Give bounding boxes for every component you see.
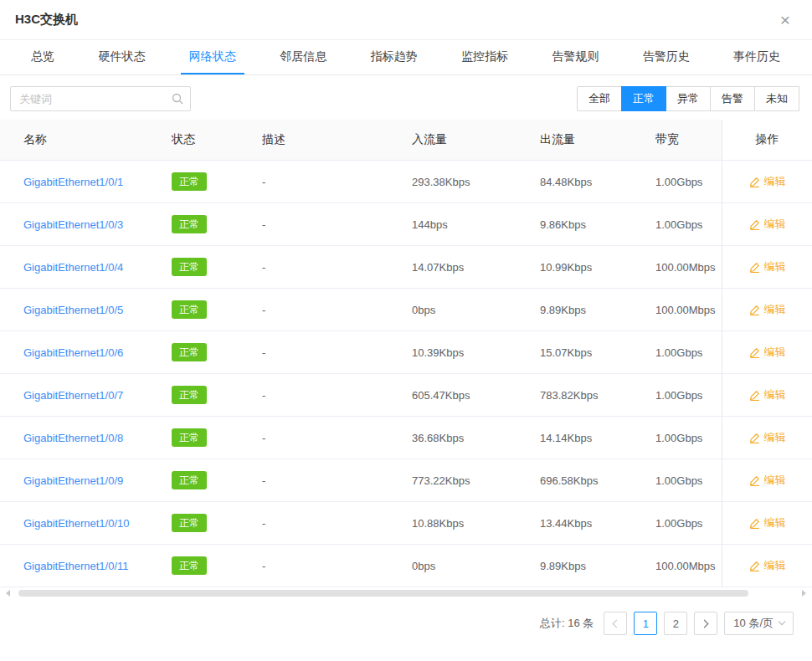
description-cell: -	[262, 502, 412, 544]
filter-button[interactable]: 正常	[621, 86, 666, 111]
filter-button[interactable]: 告警	[710, 86, 755, 111]
status-badge: 正常	[172, 386, 207, 404]
filter-button[interactable]: 全部	[577, 86, 622, 111]
table-row: GigabitEthernet1/0/5 正常 - 0bps 9.89Kbps …	[0, 289, 812, 331]
horizontal-scrollbar[interactable]	[0, 587, 812, 598]
table-row: GigabitEthernet1/0/7 正常 - 605.47Kbps 783…	[0, 374, 812, 417]
scroll-left-arrow-icon[interactable]	[6, 590, 10, 597]
edit-button[interactable]: 编辑	[749, 174, 786, 189]
description-cell: -	[262, 289, 412, 330]
search-input[interactable]	[10, 86, 191, 111]
outflow-cell: 14.14Kbps	[540, 417, 655, 459]
edit-label: 编辑	[764, 345, 786, 360]
interface-link[interactable]: GigabitEthernet1/0/4	[23, 261, 123, 274]
page-number-button[interactable]: 1	[634, 612, 657, 635]
tab-item[interactable]: 事件历史	[725, 40, 789, 74]
inflow-cell: 773.22Kbps	[412, 459, 540, 501]
description-cell: -	[262, 417, 412, 459]
title-bar: H3C交换机 ×	[0, 0, 812, 40]
bandwidth-cell: 1.00Gbps	[655, 502, 722, 544]
close-icon[interactable]: ×	[780, 11, 797, 28]
bandwidth-cell: 1.00Gbps	[655, 374, 722, 416]
interface-link[interactable]: GigabitEthernet1/0/11	[23, 560, 129, 572]
scroll-right-arrow-icon[interactable]	[802, 590, 806, 597]
table-header-row: 名称 状态 描述 入流量 出流量 带宽 操作	[0, 120, 812, 161]
outflow-cell: 696.58Kbps	[540, 459, 655, 501]
edit-label: 编辑	[764, 515, 786, 530]
tab-item[interactable]: 指标趋势	[362, 40, 426, 74]
interface-link[interactable]: GigabitEthernet1/0/7	[23, 389, 123, 402]
filter-button[interactable]: 未知	[754, 86, 799, 111]
edit-pencil-icon	[749, 390, 760, 401]
tab-label: 总览	[31, 49, 54, 64]
filter-label: 全部	[588, 92, 610, 105]
interface-link[interactable]: GigabitEthernet1/0/5	[23, 304, 123, 316]
tab-item[interactable]: 邻居信息	[271, 40, 335, 74]
status-filter-group: 全部 正常 异常 告警 未知	[577, 86, 799, 111]
tab-item[interactable]: 硬件状态	[90, 40, 153, 74]
interface-link[interactable]: GigabitEthernet1/0/10	[23, 517, 129, 530]
edit-pencil-icon	[749, 219, 760, 230]
tab-item[interactable]: 监控指标	[453, 40, 516, 74]
outflow-cell: 783.82Kbps	[540, 374, 655, 416]
page-size-label: 10 条/页	[733, 616, 773, 631]
next-page-button[interactable]	[694, 612, 717, 635]
page-size-select[interactable]: 10 条/页	[724, 612, 794, 635]
scrollbar-thumb[interactable]	[18, 590, 748, 597]
inflow-cell: 0bps	[412, 289, 540, 330]
page-number-button[interactable]: 2	[664, 612, 687, 635]
tab-item[interactable]: 总览	[23, 40, 63, 74]
table-row: GigabitEthernet1/0/3 正常 - 144bps 9.86Kbp…	[0, 203, 812, 246]
edit-button[interactable]: 编辑	[749, 387, 786, 402]
tab-label: 事件历史	[733, 49, 780, 64]
description-cell: -	[262, 459, 412, 501]
description-cell: -	[262, 374, 412, 416]
pagination-bar: 总计: 16 条 1 2 10 条/页	[0, 598, 812, 635]
outflow-cell: 9.86Kbps	[540, 203, 655, 245]
edit-button[interactable]: 编辑	[749, 430, 786, 445]
edit-button[interactable]: 编辑	[749, 558, 786, 573]
col-header-desc: 描述	[262, 120, 412, 160]
status-badge: 正常	[172, 215, 207, 233]
status-badge: 正常	[172, 172, 207, 191]
interface-link[interactable]: GigabitEthernet1/0/1	[23, 176, 123, 188]
outflow-cell: 13.44Kbps	[540, 502, 655, 544]
inflow-cell: 10.39Kbps	[412, 331, 540, 373]
edit-label: 编辑	[764, 174, 786, 189]
col-header-action: 操作	[722, 120, 812, 160]
edit-button[interactable]: 编辑	[749, 259, 786, 274]
table-row: GigabitEthernet1/0/8 正常 - 36.68Kbps 14.1…	[0, 417, 812, 459]
inflow-cell: 10.88Kbps	[412, 502, 540, 544]
status-badge: 正常	[172, 471, 207, 489]
total-count: 总计: 16 条	[540, 616, 594, 631]
col-header-bandwidth: 带宽	[655, 120, 722, 160]
col-header-outflow: 出流量	[540, 120, 655, 160]
tab-item[interactable]: 告警历史	[635, 40, 698, 74]
edit-button[interactable]: 编辑	[749, 473, 786, 488]
edit-button[interactable]: 编辑	[749, 515, 786, 530]
edit-button[interactable]: 编辑	[749, 345, 786, 360]
toolbar: 全部 正常 异常 告警 未知	[0, 86, 812, 111]
bandwidth-cell: 1.00Gbps	[655, 161, 722, 202]
tab-label: 邻居信息	[280, 49, 326, 64]
edit-button[interactable]: 编辑	[749, 302, 786, 317]
bandwidth-cell: 1.00Gbps	[655, 417, 722, 459]
tab-label: 网络状态	[189, 49, 236, 64]
tab-item[interactable]: 告警规则	[543, 40, 607, 74]
interface-link[interactable]: GigabitEthernet1/0/8	[23, 432, 123, 444]
interface-link[interactable]: GigabitEthernet1/0/9	[23, 474, 123, 487]
interface-link[interactable]: GigabitEthernet1/0/3	[23, 218, 123, 231]
inflow-cell: 14.07Kbps	[412, 246, 540, 288]
edit-pencil-icon	[749, 433, 760, 443]
status-badge: 正常	[172, 343, 207, 361]
prev-page-button[interactable]	[604, 612, 627, 635]
description-cell: -	[262, 203, 412, 245]
chevron-left-icon	[613, 619, 621, 628]
tab-item[interactable]: 网络状态	[181, 40, 244, 74]
filter-button[interactable]: 异常	[666, 86, 711, 111]
bandwidth-cell: 100.00Mbps	[655, 289, 722, 330]
edit-button[interactable]: 编辑	[749, 217, 786, 232]
filter-label: 异常	[677, 92, 699, 105]
interface-link[interactable]: GigabitEthernet1/0/6	[23, 346, 123, 359]
status-badge: 正常	[172, 300, 207, 319]
